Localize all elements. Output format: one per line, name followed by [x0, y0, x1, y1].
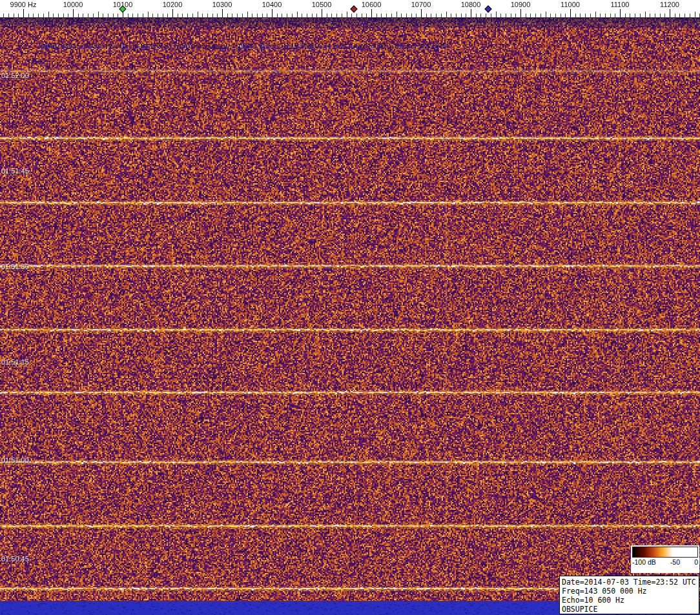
ruler-tick: [143, 14, 143, 17]
waterfall-plot-area[interactable]: 20140703235202380 hCnt11 nb-84 f10601 hi…: [0, 18, 700, 615]
ruler-tick: [178, 14, 178, 17]
ruler-tick: [530, 14, 531, 17]
ruler-tick: [496, 12, 497, 17]
ruler-tick: [347, 12, 347, 17]
ruler-tick: [222, 9, 223, 17]
ruler-tick: [287, 14, 287, 17]
ruler-tick: [421, 9, 422, 17]
ruler-tick: [491, 14, 491, 17]
detection-log-text: 20140703235202380 hCnt11 nb-84 f10601 hi…: [37, 42, 446, 50]
ruler-tick: [207, 14, 208, 17]
freq-tick-label: 9900 Hz: [10, 1, 37, 8]
ruler-tick: [351, 14, 352, 17]
ruler-tick: [163, 14, 163, 17]
db-color-scale-legend: -100 dB -50 0: [631, 545, 699, 573]
ruler-tick: [48, 12, 49, 17]
ruler-tick: [316, 14, 317, 17]
ruler-tick: [58, 14, 59, 17]
ruler-tick: [192, 14, 193, 17]
time-cursor-annotation: ^t+02: [28, 57, 46, 65]
ruler-tick: [670, 9, 670, 17]
freq-tick-label: 10700: [411, 1, 431, 8]
ruler-tick: [441, 14, 442, 17]
ruler-tick: [53, 14, 54, 17]
info-freq-line: Freq=143 050 000 Hz: [562, 587, 697, 596]
freq-tick-label: 11100: [611, 1, 630, 8]
ruler-tick: [396, 12, 397, 17]
ruler-tick: [138, 14, 138, 17]
ruler-tick: [187, 14, 188, 17]
ruler-tick: [515, 14, 516, 17]
freq-tick-label: 11000: [561, 1, 580, 8]
ruler-tick: [356, 14, 357, 17]
ruler-tick: [43, 14, 44, 17]
db-scale-labels: -100 dB -50 0: [632, 558, 698, 566]
ruler-tick: [83, 14, 83, 17]
ruler-tick: [217, 14, 218, 17]
ruler-tick: [590, 14, 591, 17]
ruler-tick: [262, 14, 263, 17]
ruler-tick: [480, 14, 481, 17]
ruler-tick: [292, 14, 293, 17]
ruler-tick: [227, 14, 228, 17]
ruler-tick: [630, 14, 630, 17]
ruler-tick: [456, 14, 457, 17]
time-tick-label: 01:51:00: [1, 456, 29, 464]
ruler-tick: [212, 14, 213, 17]
ruler-tick: [366, 14, 367, 17]
ruler-tick: [172, 9, 173, 17]
blue-diamond-marker[interactable]: [484, 5, 491, 12]
freq-tick-label: 10300: [212, 1, 232, 8]
ruler-tick: [625, 14, 626, 17]
ruler-tick: [615, 14, 615, 17]
ruler-tick: [461, 14, 462, 17]
time-tick-label: 01:50:45: [1, 555, 29, 563]
ruler-tick: [540, 14, 541, 17]
ruler-tick: [386, 14, 387, 17]
ruler-tick: [118, 14, 118, 17]
freq-tick-label: 10900: [511, 1, 531, 8]
freq-tick-label: 10200: [163, 1, 183, 8]
ruler-tick: [451, 14, 451, 17]
legend-min-label: -100 dB: [632, 558, 656, 566]
ruler-tick: [88, 14, 88, 17]
ruler-tick: [650, 14, 650, 17]
ruler-tick: [331, 14, 332, 17]
ruler-tick: [436, 14, 437, 17]
ruler-tick: [565, 14, 566, 17]
info-station-line: OBSUPICE: [562, 605, 697, 614]
time-tick-label: 01:51:45: [1, 167, 29, 175]
ruler-tick: [8, 14, 9, 17]
ruler-tick: [202, 14, 203, 17]
red-diamond-marker[interactable]: [350, 5, 357, 12]
freq-tick-label: 10500: [312, 1, 332, 8]
time-tick-label: 01:52:00: [1, 72, 29, 79]
ruler-tick: [3, 14, 4, 17]
ruler-tick: [198, 12, 198, 17]
freq-tick-label: 11200: [660, 1, 679, 8]
ruler-tick: [158, 14, 158, 17]
time-tick-label: 01:51:15: [1, 358, 29, 366]
ruler-tick: [610, 14, 611, 17]
ruler-tick: [605, 14, 606, 17]
ruler-tick: [148, 12, 149, 17]
ruler-tick: [252, 14, 252, 17]
ruler-tick: [93, 14, 94, 17]
ruler-tick: [555, 14, 556, 17]
ruler-tick: [511, 14, 511, 17]
info-echo-line: Echo=10 600 Hz: [562, 596, 697, 605]
ruler-tick: [282, 14, 282, 17]
time-tick-label: 01:51:30: [1, 263, 29, 270]
info-date-line: Date=2014-07-03 Time=23:52 UTC: [562, 578, 697, 587]
spectrogram-app-window: 9900 Hz100001010010200103001040010500106…: [0, 0, 700, 615]
spectrogram-canvas[interactable]: [0, 18, 700, 615]
ruler-tick: [376, 14, 377, 17]
frequency-ruler: 9900 Hz100001010010200103001040010500106…: [0, 0, 700, 18]
legend-mid-label: -50: [670, 558, 680, 566]
ruler-tick: [152, 14, 153, 17]
ruler-tick: [391, 14, 392, 17]
ruler-tick: [307, 14, 307, 17]
ruler-tick: [28, 14, 29, 17]
observation-info-box: Date=2014-07-03 Time=23:52 UTC Freq=143 …: [559, 576, 699, 614]
ruler-tick: [520, 9, 521, 17]
